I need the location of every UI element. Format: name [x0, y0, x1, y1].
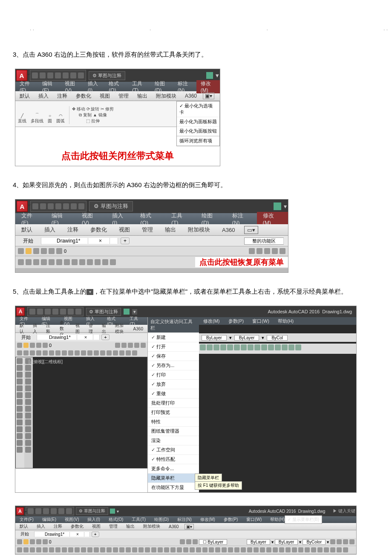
app-logo-icon[interactable]: A [16, 307, 25, 316]
menu-item-match[interactable]: 特性匹配 [148, 455, 199, 464]
menu-item-discard[interactable]: 放弃 [148, 380, 199, 389]
qat-menu-icon[interactable]: ▾ [284, 203, 287, 210]
ribbon-minimize-menu[interactable]: ✓ 最小化为选项卡 最小化为面板标题 最小化为面板按钮 循环浏览所有项 [176, 101, 220, 146]
icon-toolbar[interactable] [199, 344, 356, 354]
qat-menu-icon[interactable]: ▾ [132, 309, 137, 315]
quick-access-toolbar[interactable] [26, 507, 74, 515]
figure-4: A ⚙ 草图与注释 ▾ Autodesk AutoCAD 2016 Drawin… [15, 506, 357, 555]
app-title: Autodesk AutoCAD 2016 Drawing1.dwg [264, 309, 355, 314]
menu-item-new[interactable]: 新建 [148, 333, 199, 342]
menu-item-preview[interactable]: 打印预览 [148, 408, 199, 417]
callout-close-ribbon: 点击此按钮关闭丝带式菜单 [15, 146, 220, 166]
new-tab-button[interactable]: + [121, 237, 130, 244]
ribbon-expand-button[interactable]: ▭▾ [244, 226, 258, 234]
left-toolbar-2[interactable] [24, 357, 33, 468]
callout-restore-ribbon: 点击此按钮恢复原有菜单 [195, 257, 288, 267]
menu-item-render[interactable]: 渲染 [148, 436, 199, 445]
menu-item-props[interactable]: 特性 [148, 417, 199, 427]
menu-item-batch[interactable]: 批处理打印 [148, 399, 199, 408]
search-hint[interactable]: ▶ 键入关键 [333, 508, 355, 514]
menu-item-redo[interactable]: 重做 [148, 389, 199, 399]
menu-bar-right[interactable]: 修改(M)参数(P)窗口(W)帮助(H) [199, 317, 356, 325]
menu-item-below-ribbon[interactable]: 在功能区下方显 [148, 483, 199, 492]
document-tabs[interactable]: 开始 Drawing1* × + 整的功能区 [15, 236, 288, 246]
qat-dropdown-menu[interactable]: 自定义快速访问工具栏 新建 打开 保存 另存为... 打印 放弃 重做 批处理打… [147, 317, 199, 492]
properties-toolbar[interactable]: ByLayer▾ ByLayer▾ ByCol [199, 333, 356, 342]
ribbon-collapse-button[interactable]: ▣▾ [203, 92, 214, 99]
menu-bar[interactable]: 文件(F)编辑(E)视图(V) 插入(I)格式(O)工具(T) 绘图(D)标注(… [15, 82, 220, 91]
menu-item-min-tabs[interactable]: ✓ 最小化为选项卡 [177, 101, 219, 117]
collapse-icon[interactable] [206, 72, 213, 79]
ribbon-tabs[interactable]: 默认插入注释 参数化视图管理 输出附加模块A360 ▣▾ [15, 91, 220, 101]
ribbon-tabs[interactable]: 默认插入注释 参数化视图管理 输出附加模块A360 ▣▾ [15, 523, 356, 530]
layer-toolbar[interactable]: 0 [15, 246, 288, 256]
quick-access-toolbar[interactable] [30, 201, 86, 212]
quick-access-toolbar[interactable] [30, 70, 86, 81]
app-logo-icon[interactable]: A [16, 70, 27, 81]
menu-item-min-titles[interactable]: 最小化为面板标题 [177, 117, 219, 127]
left-toolbar-1[interactable] [16, 357, 24, 468]
tooltip-hide-menubar: 隐藏菜单栏 [195, 474, 222, 482]
figure-2: A ⚙ 草图与注释 ▾ 文件(F)编辑(E)视图(V) 插入(I)格式(O)工具… [15, 199, 288, 273]
collapse-icon[interactable] [124, 309, 130, 315]
ribbon-panel-draw[interactable]: ╱直线 ⌒多段线 ○圆 ◠圆弧 ✥ 移动 ⟳ 旋转 ✂ 修剪 ⧉ 复制 ▲ 镜像… [15, 101, 176, 127]
ribbon-tooltip: 整的功能区 [244, 237, 284, 245]
collapse-icon[interactable] [274, 202, 281, 210]
app-title: Autodesk AutoCAD 2016 Drawing1.dwg [245, 509, 329, 514]
ribbon-tabs[interactable]: 默认插入注释 参数化视图管理 输出附加模块A360 [15, 325, 147, 333]
document-tabs[interactable]: 开始 Drawing1* × + [15, 530, 356, 538]
menu-item-saveas[interactable]: 另存为... [148, 361, 199, 370]
menu-item-min-buttons[interactable]: 最小化为面板按钮 [177, 127, 219, 136]
qat-menu-icon[interactable]: ▾ [117, 509, 119, 514]
draw-toolbar[interactable] [15, 349, 147, 357]
quick-access-toolbar[interactable] [27, 307, 84, 316]
menu-item-hide-menubar[interactable]: 隐藏菜单栏 [148, 474, 199, 483]
step-4-text: 4、如果变回原先的，则点击如图所示的 A360 右边的带边框的倒三角即可。 [13, 179, 362, 191]
menu-bar[interactable]: 文件(F)编辑(E)视图(V) 插入(I)格式(O)工具(T) 绘图(D)标注(… [15, 516, 356, 523]
menu-item-plot[interactable]: 打印 [148, 370, 199, 380]
menu-item-sheet[interactable]: 图纸集管理器 [148, 427, 199, 436]
workspace-dropdown[interactable]: ⚙ 草图与注释 [76, 507, 108, 515]
workspace-dropdown[interactable]: ⚙ 草图与注释 [86, 308, 121, 316]
layer-row[interactable]: 0 ☐ ByLayer ByLayer▾ ByLayer▾ ByColor▾ [15, 538, 356, 546]
drawing-area[interactable]: [-][俯视][二维线框] [15, 357, 147, 468]
header-dots: . .. .. . [30, 26, 388, 32]
view-tag[interactable]: [-][俯视][二维线框] [29, 359, 63, 365]
qat-menu-icon[interactable]: ▾ [216, 72, 219, 79]
big-toolbar-row[interactable] [15, 546, 356, 554]
app-logo-icon[interactable]: A [16, 507, 24, 515]
popup-show-menubar[interactable]: 显示菜单栏(B) [285, 515, 322, 524]
collapse-icon[interactable] [110, 509, 115, 514]
app-logo-icon[interactable]: A [17, 201, 28, 212]
menu-item-save[interactable]: 保存 [148, 352, 199, 361]
figure-1: A ⚙ 草图与注释 ▾ 文件(F)编辑(E)视图(V) 插入(I)格式(O)工具… [15, 69, 220, 166]
menu-item-cycle[interactable]: 循环浏览所有项 [177, 136, 219, 146]
menu-item-more[interactable]: 更多命令... [148, 464, 199, 474]
workspace-dropdown[interactable]: ⚙ 草图与注释 [89, 201, 133, 211]
menu-bar[interactable]: 文件(F)编辑(E)视图(V) 插入(I)格式(O)工具(T) 绘图(D)标注(… [15, 213, 288, 224]
menu-item-workspace[interactable]: 工作空间 [148, 445, 199, 455]
layer-toolbar[interactable]: 0 [15, 341, 147, 349]
step-5-text: 5、点击最上角工具条上的▾，在下拉菜单中选中"隐藏菜单栏"，或者在菜单栏工具条上… [13, 286, 362, 297]
workspace-dropdown[interactable]: ⚙ 草图与注释 [89, 71, 125, 80]
ribbon-tabs[interactable]: 默认插入注释 参数化视图管理 输出附加模块A360 ▭▾ [15, 224, 288, 236]
figure-3: A ⚙ 草图与注释 ▾ Autodesk AutoCAD 2016 Drawin… [15, 306, 357, 493]
step-3-text: 3、点击 A360 右边的上三角按钮，软件原有的丝带式工具条关闭了。 [13, 49, 362, 60]
menu-item-open[interactable]: 打开 [148, 342, 199, 352]
ribbon-collapse-button[interactable]: ▣▾ [184, 524, 194, 529]
draw-toolbar[interactable] [15, 257, 148, 267]
tooltip-f1-help: 按 F1 键获得更多帮助 [195, 481, 242, 490]
qat-menu-header: 自定义快速访问工具栏 [148, 317, 199, 333]
dropdown-icon: ▾ [86, 289, 93, 295]
